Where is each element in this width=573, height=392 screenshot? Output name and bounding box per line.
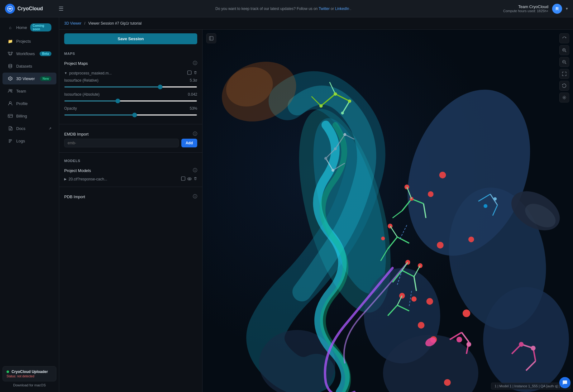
svg-point-11 xyxy=(9,102,11,103)
breadcrumb-root[interactable]: 3D Viewer xyxy=(64,21,81,26)
isosurface-absolute-input[interactable] xyxy=(64,100,197,102)
project-models-subsection: Project Models ⓘ ▶ 20.cif?response-cach.… xyxy=(64,166,197,183)
svg-point-51 xyxy=(332,169,334,172)
save-session-button[interactable]: Save Session xyxy=(64,33,197,44)
sidebar-label-team: Team xyxy=(16,89,26,93)
svg-point-100 xyxy=(437,242,443,248)
team-info: Team CryoCloud Compute hours used: 1825h… xyxy=(503,4,548,13)
linkedin-link[interactable]: LinkedIn xyxy=(335,7,349,11)
sidebar-item-logs[interactable]: Logs xyxy=(2,135,56,147)
project-maps-title: Project Maps xyxy=(64,61,88,66)
home-icon: ⌂ xyxy=(7,25,13,30)
viewer-rotate-btn[interactable] xyxy=(559,33,569,43)
sidebar-item-team[interactable]: Team xyxy=(2,85,56,97)
viewer-zoom-out-btn[interactable] xyxy=(559,57,569,67)
map-checkbox[interactable] xyxy=(187,70,192,76)
viewer-panel-toggle[interactable] xyxy=(206,33,216,43)
avatar[interactable]: R xyxy=(552,4,562,14)
model-name: 20.cif?response-cach... xyxy=(69,177,179,181)
svg-point-23 xyxy=(188,178,191,180)
svg-point-104 xyxy=(444,379,451,386)
svg-point-87 xyxy=(531,346,536,351)
svg-point-56 xyxy=(410,197,413,201)
breadcrumb-current: Viewer Session #7 Gip1r tutorial xyxy=(88,21,141,26)
map-collapse-icon[interactable]: ▼ xyxy=(64,71,67,75)
viewer-reset-btn[interactable] xyxy=(559,81,569,91)
svg-line-113 xyxy=(565,51,566,52)
svg-point-63 xyxy=(381,237,385,240)
chat-button[interactable] xyxy=(559,377,571,388)
svg-point-9 xyxy=(9,89,11,91)
viewer-area[interactable]: 1 | Model 1 | Instance 1_555 | QA [auth … xyxy=(203,30,573,392)
project-models-info-icon[interactable]: ⓘ xyxy=(193,168,197,173)
docs-icon xyxy=(7,126,13,131)
cube-icon xyxy=(7,76,13,81)
emdb-info-icon[interactable]: ⓘ xyxy=(193,131,197,137)
isosurface-absolute-value: 0.042 xyxy=(188,92,197,97)
map-item-row: ▼ postprocess_masked.m... xyxy=(64,69,197,77)
models-section-header: MODELS xyxy=(59,155,202,165)
svg-point-119 xyxy=(564,97,565,98)
svg-point-80 xyxy=(456,337,462,342)
download-link[interactable]: Download for macOS xyxy=(2,383,56,387)
left-panel: Save Session MAPS Project Maps ⓘ ▼ postp… xyxy=(59,30,203,392)
map-icons xyxy=(187,70,197,76)
viewer-settings-btn[interactable] xyxy=(559,93,569,103)
svg-point-24 xyxy=(189,178,190,179)
map-delete-icon[interactable] xyxy=(193,70,197,76)
model-delete-icon[interactable] xyxy=(193,176,197,182)
sidebar-item-projects[interactable]: 📁 Projects xyxy=(2,35,56,47)
svg-rect-12 xyxy=(8,114,12,117)
map-item: ▼ postprocess_masked.m... xyxy=(64,69,197,119)
divider-1 xyxy=(59,124,202,124)
emdb-add-button[interactable]: Add xyxy=(181,139,197,147)
project-maps-info-icon[interactable]: ⓘ xyxy=(193,60,197,66)
sidebar-item-workflows[interactable]: Workflows Beta xyxy=(2,48,56,60)
opacity-label: Opacity xyxy=(64,106,77,111)
external-link-icon: ↗ xyxy=(49,127,51,131)
svg-point-105 xyxy=(463,309,470,317)
emdb-title: EMDB Import xyxy=(64,132,88,136)
svg-point-74 xyxy=(399,293,405,299)
sidebar-label-datasets: Datasets xyxy=(16,64,32,69)
sidebar-item-profile[interactable]: Profile xyxy=(2,98,56,109)
model-eye-icon[interactable] xyxy=(187,176,192,182)
svg-point-106 xyxy=(468,237,474,242)
chevron-down-icon[interactable]: ▾ xyxy=(566,6,568,11)
hamburger-icon[interactable]: ☰ xyxy=(59,5,64,12)
svg-point-10 xyxy=(11,89,12,91)
sidebar-item-3d-viewer[interactable]: 3D Viewer New xyxy=(2,73,56,84)
mol-svg xyxy=(203,30,573,392)
model-expand-icon[interactable]: ▶ xyxy=(64,177,67,181)
sidebar-item-docs[interactable]: Docs ↗ xyxy=(2,122,56,134)
viewer-zoom-in-btn[interactable] xyxy=(559,45,569,55)
svg-rect-2 xyxy=(11,52,12,53)
credit-card-icon xyxy=(7,113,13,119)
viewer-status-bar: 1 | Model 1 | Instance 1_555 | QA [auth … xyxy=(491,383,571,390)
svg-rect-1 xyxy=(8,52,10,53)
emdb-input[interactable] xyxy=(64,139,179,147)
twitter-link[interactable]: Twitter xyxy=(319,7,330,11)
sidebar-item-datasets[interactable]: Datasets xyxy=(2,60,56,72)
sidebar-item-home[interactable]: ⌂ Home Coming soon xyxy=(2,20,56,35)
svg-point-39 xyxy=(319,104,323,108)
isosurface-relative-input[interactable] xyxy=(64,86,197,88)
pdb-info-icon[interactable]: ⓘ xyxy=(193,194,197,199)
topbar: CryoCloud ☰ Do you want to keep track of… xyxy=(0,0,573,17)
viewer-fit-btn[interactable] xyxy=(559,69,569,79)
uploader-card[interactable]: CryoCloud Uploader Status: not detected xyxy=(2,366,56,381)
sidebar-label-3d-viewer: 3D Viewer xyxy=(16,76,35,81)
opacity-input[interactable] xyxy=(64,114,197,116)
divider-3 xyxy=(59,187,202,187)
sidebar-item-billing[interactable]: Billing xyxy=(2,110,56,122)
workflows-badge: Beta xyxy=(40,51,51,56)
svg-point-48 xyxy=(343,133,346,136)
folder-icon: 📁 xyxy=(7,38,13,44)
svg-point-50 xyxy=(324,157,327,160)
svg-point-81 xyxy=(466,342,471,347)
3d-viewer-badge: New xyxy=(40,76,51,81)
database-icon xyxy=(7,63,13,69)
sidebar-label-docs: Docs xyxy=(16,126,26,131)
model-checkbox[interactable] xyxy=(181,176,185,182)
breadcrumb: 3D Viewer / Viewer Session #7 Gip1r tuto… xyxy=(59,17,573,30)
